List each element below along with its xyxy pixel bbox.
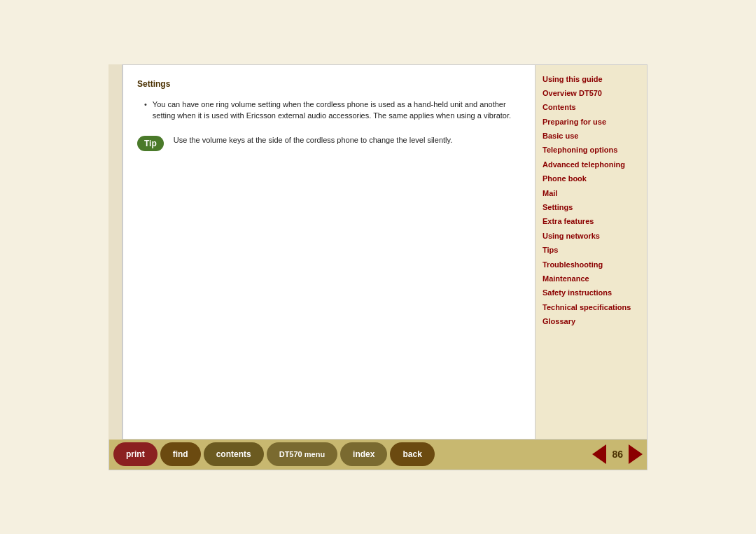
sidebar-item-phone-book[interactable]: Phone book bbox=[542, 173, 641, 185]
pagination: 86 bbox=[592, 444, 647, 464]
page-number: 86 bbox=[612, 449, 623, 460]
bullet-section: • You can have one ring volume setting w… bbox=[137, 99, 521, 122]
sidebar-item-tips[interactable]: Tips bbox=[542, 244, 641, 256]
back-button[interactable]: back bbox=[390, 442, 434, 466]
toolbar-buttons: print find contents DT570 menu index bac… bbox=[109, 442, 435, 466]
contents-button[interactable]: contents bbox=[204, 442, 264, 466]
sidebar-item-safety-instructions[interactable]: Safety instructions bbox=[542, 287, 641, 299]
tip-text: Use the volume keys at the side of the c… bbox=[174, 134, 452, 146]
sidebar-item-settings[interactable]: Settings bbox=[542, 202, 641, 213]
next-page-arrow[interactable] bbox=[629, 444, 643, 464]
sidebar-item-using-this-guide[interactable]: Using this guide bbox=[542, 73, 641, 85]
toolbar: print find contents DT570 menu index bac… bbox=[108, 440, 648, 470]
settings-title: Settings bbox=[137, 79, 521, 89]
find-button[interactable]: find bbox=[160, 442, 201, 466]
sidebar-item-mail[interactable]: Mail bbox=[542, 188, 641, 199]
sidebar-item-technical-specifications[interactable]: Technical specifications bbox=[542, 302, 641, 314]
sidebar-item-contents[interactable]: Contents bbox=[542, 101, 641, 113]
sidebar-item-overview-dt570[interactable]: Overview DT570 bbox=[542, 87, 641, 99]
left-strip bbox=[108, 64, 122, 440]
dt570-menu-button[interactable]: DT570 menu bbox=[267, 442, 337, 466]
index-button[interactable]: index bbox=[340, 442, 387, 466]
sidebar-item-troubleshooting[interactable]: Troubleshooting bbox=[542, 259, 641, 271]
content-panel: Settings • You can have one ring volume … bbox=[122, 64, 536, 440]
sidebar-item-basic-use[interactable]: Basic use bbox=[542, 130, 641, 142]
sidebar-item-maintenance[interactable]: Maintenance bbox=[542, 273, 641, 285]
prev-page-arrow[interactable] bbox=[592, 444, 606, 464]
bullet-text: You can have one ring volume setting whe… bbox=[153, 99, 521, 122]
content-area: Settings • You can have one ring volume … bbox=[108, 64, 648, 440]
sidebar-item-preparing-for-use[interactable]: Preparing for use bbox=[542, 116, 641, 128]
sidebar: Using this guide Overview DT570 Contents… bbox=[536, 64, 648, 440]
tip-badge: Tip bbox=[137, 136, 164, 151]
sidebar-item-telephoning-options[interactable]: Telephoning options bbox=[542, 144, 641, 156]
bullet-icon: • bbox=[144, 100, 147, 108]
sidebar-item-glossary[interactable]: Glossary bbox=[542, 316, 641, 328]
sidebar-item-advanced-telephoning[interactable]: Advanced telephoning bbox=[542, 159, 641, 171]
tip-section: Tip Use the volume keys at the side of t… bbox=[137, 134, 521, 151]
sidebar-item-using-networks[interactable]: Using networks bbox=[542, 230, 641, 242]
sidebar-item-extra-features[interactable]: Extra features bbox=[542, 216, 641, 227]
print-button[interactable]: print bbox=[113, 442, 158, 466]
main-container: Settings • You can have one ring volume … bbox=[108, 64, 648, 470]
